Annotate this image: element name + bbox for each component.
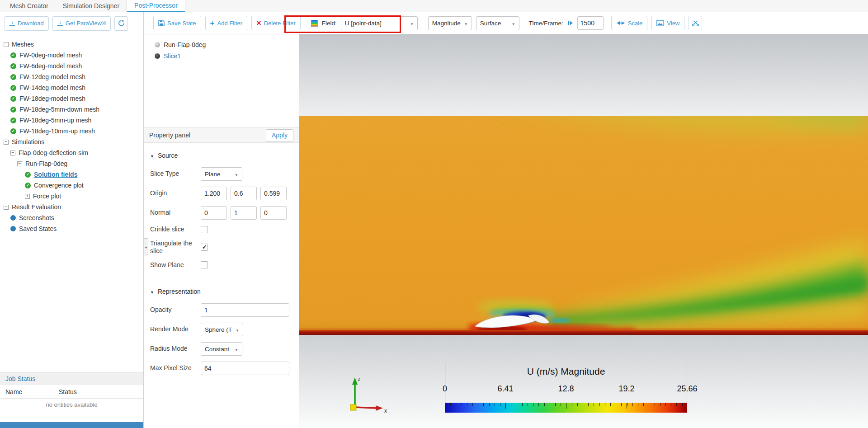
opacity-input[interactable] (201, 303, 289, 317)
tree-item-fw-0deg-model-mesh[interactable]: FW-0deg-model mesh (0, 50, 143, 61)
tree-item-saved-states[interactable]: Saved States (0, 223, 143, 234)
pipeline-item-slice1[interactable]: Slice1 (155, 50, 299, 61)
tree-item-fw-6deg-model-mesh[interactable]: FW-6deg-model mesh (0, 61, 143, 71)
tree-item-fw-18deg-5mm-up-mesh[interactable]: FW-18deg-5mm-up mesh (0, 115, 143, 126)
tree-item-fw-18deg-model-mesh[interactable]: FW-18deg-model mesh (0, 93, 143, 104)
legend-major-tick (566, 403, 566, 409)
shortcuts-button[interactable] (689, 16, 702, 30)
collapse-icon[interactable] (4, 42, 9, 47)
max-pixel-size-input[interactable] (201, 362, 289, 375)
add-filter-label: Add Filter (217, 20, 243, 27)
render-viewport[interactable]: U (m/s) Magnitude 0 6.41 12.8 19.2 25.66 (299, 34, 868, 428)
slice-type-select[interactable]: Plane (201, 167, 242, 181)
job-status-title[interactable]: Job Status (0, 372, 143, 385)
check-icon (10, 63, 16, 69)
view-button[interactable]: View (651, 16, 684, 30)
tree-item-fw-18deg-10mm-up-mesh[interactable]: FW-18deg-10mm-up mesh (0, 126, 143, 136)
delete-filter-button[interactable]: Delete Filter (251, 16, 301, 30)
refresh-button[interactable] (114, 16, 128, 31)
scale-button[interactable]: Scale (611, 16, 648, 30)
check-icon (10, 128, 16, 134)
chevron-down-icon (512, 20, 515, 27)
tree-item-fw-12deg-model-mesh[interactable]: FW-12deg-model mesh (0, 71, 143, 82)
view-image-icon (656, 20, 664, 26)
tree-item-fw-14deg-model-mesh[interactable]: FW-14deg-model mesh (0, 82, 143, 93)
tree-item-meshes[interactable]: Meshes (0, 39, 143, 50)
scissors-icon (692, 20, 699, 26)
save-icon (158, 20, 165, 26)
crinkle-slice-checkbox[interactable] (201, 226, 208, 233)
collapse-icon[interactable] (4, 140, 9, 145)
tab-simulation-designer[interactable]: Simulation Designer (56, 0, 127, 12)
show-plane-checkbox[interactable] (201, 261, 208, 268)
download-button[interactable]: Download (5, 16, 49, 31)
save-state-label: Save State (167, 20, 196, 27)
collapse-icon[interactable] (17, 161, 22, 166)
representation-section-header[interactable]: Representation (150, 288, 292, 295)
tree-item-result-evaluation[interactable]: Result Evaluation (0, 202, 143, 212)
get-paraview-button[interactable]: Get ParaView® (52, 16, 111, 31)
legend-major-tick (627, 403, 627, 409)
tree-item-screenshots[interactable]: Screenshots (0, 212, 143, 223)
normal-x-input[interactable] (201, 206, 227, 220)
chevron-down-icon (464, 20, 468, 27)
show-plane-label: Show Plane (150, 261, 201, 269)
job-status-name-column: Name (0, 388, 59, 395)
add-filter-button[interactable]: Add Filter (205, 16, 248, 30)
tree-item-run-flap-0deg[interactable]: Run-Flap-0deg (0, 158, 143, 169)
tree-item-fw-18deg-5mm-down-mesh[interactable]: FW-18deg-5mm-down mesh (0, 104, 143, 115)
tree-item-force-plot[interactable]: Force plot (0, 191, 143, 202)
job-status-panel: Job Status Name Status no entities avail… (0, 372, 143, 422)
legend-tick-label: 19.2 (618, 384, 634, 394)
sidebar-footer-bar (0, 422, 143, 428)
bullet-icon (10, 215, 16, 221)
tree-item-convergence-plot[interactable]: Convergence plot (0, 180, 143, 191)
apply-button[interactable]: Apply (266, 129, 293, 141)
x-axis-arrow (355, 407, 377, 408)
triangulate-checkbox[interactable] (201, 244, 208, 251)
tree-item-simulations[interactable]: Simulations (0, 136, 143, 147)
chevron-down-icon (236, 326, 239, 333)
origin-x-input[interactable] (201, 187, 227, 200)
play-step-icon[interactable] (567, 20, 573, 26)
sidebar: Download Get ParaView® Meshes FW-0deg-mo… (0, 12, 144, 428)
collapse-icon[interactable] (4, 205, 9, 210)
tab-post-processor[interactable]: Post-Processor (127, 0, 185, 12)
property-panel-header: Property panel Apply (144, 127, 299, 143)
sidebar-toolbar: Download Get ParaView® (0, 12, 143, 34)
save-state-button[interactable]: Save State (153, 16, 201, 30)
collapse-icon[interactable] (10, 151, 15, 155)
normal-z-input[interactable] (260, 206, 287, 220)
time-frame-label: Time/Frame: (529, 20, 563, 27)
origin-z-input[interactable] (260, 187, 287, 200)
time-frame-input[interactable] (577, 16, 604, 30)
max-pixel-size-label: Max Pixel Size (150, 364, 201, 372)
section-collapse-icon (150, 152, 154, 159)
field-label: Field: (322, 20, 337, 27)
visibility-eye-icon[interactable] (155, 53, 160, 59)
representation-select[interactable]: Surface (476, 16, 519, 30)
sidebar-collapse-handle[interactable] (144, 238, 148, 255)
color-legend: U (m/s) Magnitude 0 6.41 12.8 19.2 25.66 (445, 362, 687, 414)
origin-label: Origin (150, 189, 201, 198)
radius-mode-select[interactable]: Constant (201, 342, 242, 356)
download-icon (9, 20, 15, 26)
render-mode-select[interactable]: Sphere (T (201, 323, 243, 336)
download-icon (57, 20, 63, 26)
property-panel-title: Property panel (149, 132, 190, 139)
tab-mesh-creator[interactable]: Mesh Creator (3, 0, 56, 12)
tree-item-flap-0deg-deflection-sim[interactable]: Flap-0deg-deflection-sim (0, 147, 143, 158)
tree-item-solution-fields[interactable]: Solution fields (0, 169, 143, 180)
refresh-icon (118, 20, 125, 27)
normal-y-input[interactable] (231, 206, 257, 220)
chevron-down-icon (235, 346, 238, 353)
legend-colorbar (445, 403, 687, 413)
source-section-header[interactable]: Source (150, 152, 292, 159)
field-select[interactable]: U [point-data] (341, 16, 418, 30)
render-mode-label: Render Mode (150, 325, 201, 334)
pipeline-item-run-flap-0deg[interactable]: Run-Flap-0deg (155, 39, 299, 50)
expand-icon[interactable] (25, 194, 30, 199)
delete-filter-label: Delete Filter (264, 20, 296, 27)
component-select[interactable]: Magnitude (428, 16, 472, 30)
origin-y-input[interactable] (231, 187, 257, 200)
